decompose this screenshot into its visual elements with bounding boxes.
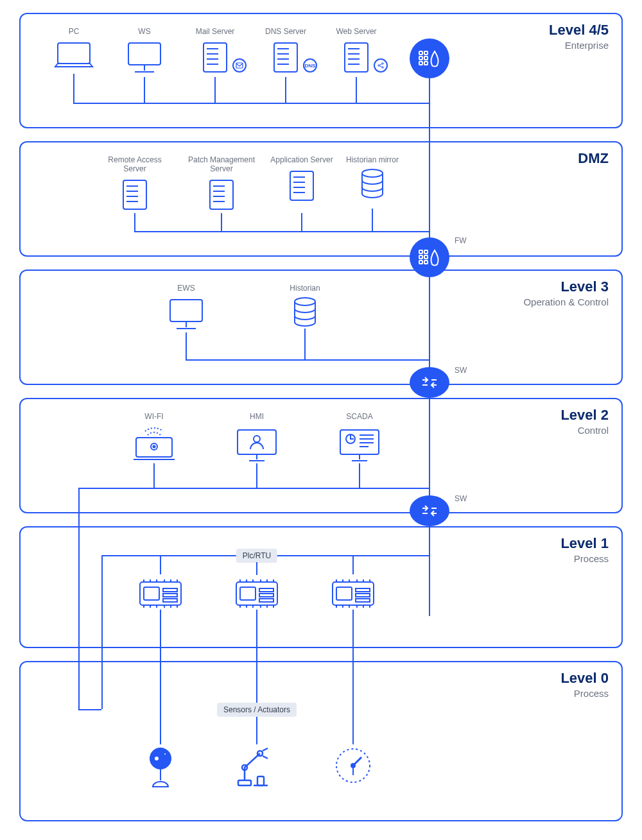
label-wifi: WI-FI: [122, 412, 186, 421]
svg-rect-30: [424, 62, 428, 65]
svg-rect-122: [356, 599, 370, 602]
node-web-server: Web Server: [327, 27, 385, 75]
plc-rtu-tag: Plc/RTU: [236, 549, 277, 563]
svg-rect-88: [163, 599, 177, 602]
svg-rect-121: [356, 594, 370, 597]
drop-plc3-top: [352, 555, 354, 574]
node-wifi: WI-FI: [122, 412, 186, 463]
camera-sensor-icon: [135, 744, 186, 789]
svg-rect-87: [163, 594, 177, 597]
level-4-5-box: Level 4/5 Enterprise: [19, 13, 623, 128]
bus-l3: [186, 359, 430, 361]
drop-app: [301, 213, 302, 231]
svg-rect-50: [424, 250, 428, 253]
label-web: Web Server: [327, 27, 385, 36]
node-dns-server: DNS Server DNS: [257, 27, 315, 75]
node-sensor-camera: [135, 744, 186, 789]
svg-rect-1: [128, 43, 160, 65]
svg-rect-103: [259, 588, 273, 592]
drop-historian: [304, 329, 306, 359]
level-0-subtitle: Process: [560, 688, 609, 699]
server-icon: [270, 168, 334, 203]
svg-rect-53: [170, 300, 202, 321]
level-4-5-subtitle: Enterprise: [549, 40, 609, 51]
label-ras: Remote Access Server: [100, 155, 170, 173]
label-hmi: HMI: [225, 412, 289, 421]
svg-rect-15: [345, 43, 368, 72]
svg-rect-27: [419, 62, 422, 65]
database-icon: [343, 168, 401, 200]
scada-monitor-icon: [327, 425, 392, 463]
laptop-icon: [45, 40, 103, 72]
svg-rect-25: [419, 51, 422, 55]
label-hmirror: Historian mirror: [343, 155, 401, 164]
level-1-name: Level 1: [560, 535, 609, 552]
node-pc: PC: [45, 27, 103, 72]
level-0-title: Level 0 Process: [560, 670, 609, 699]
svg-rect-52: [424, 261, 428, 264]
drop-sw-l1: [429, 526, 430, 555]
svg-rect-49: [419, 261, 422, 264]
node-scada: SCADA: [327, 412, 392, 463]
svg-rect-36: [210, 180, 233, 209]
svg-point-59: [153, 446, 155, 448]
level-0-name: Level 0: [560, 670, 609, 687]
node-historian: Historian: [276, 284, 334, 329]
svg-rect-120: [356, 588, 370, 592]
share-badge-icon: [374, 58, 388, 73]
svg-line-134: [353, 757, 361, 766]
server-icon: DNS: [257, 40, 315, 75]
level-2-name: Level 2: [560, 407, 609, 424]
drop-hmirror: [372, 209, 373, 231]
svg-rect-31: [123, 180, 146, 209]
svg-rect-51: [424, 255, 428, 259]
svg-rect-129: [238, 780, 251, 785]
switch-icon: [410, 495, 449, 526]
svg-rect-130: [257, 776, 264, 785]
label-mail: Mail Server: [186, 27, 244, 36]
server-icon: [327, 40, 385, 75]
drop-mail: [214, 77, 216, 103]
node-patch-mgmt: Patch Management Server: [183, 155, 260, 212]
svg-rect-0: [58, 43, 90, 64]
plc-icon: [321, 574, 385, 610]
node-actuator-robot: [231, 744, 282, 789]
svg-rect-105: [259, 599, 273, 602]
wifi-laptop-icon: [122, 425, 186, 463]
server-icon: [100, 177, 170, 212]
svg-rect-9: [236, 63, 243, 68]
node-mail-server: Mail Server: [186, 27, 244, 75]
server-icon: [186, 40, 244, 75]
svg-rect-41: [290, 171, 313, 200]
rail-join: [78, 709, 101, 710]
mail-badge-icon: [232, 58, 247, 73]
drop-wifi: [153, 463, 155, 488]
sensors-actuators-tag: Sensors / Actuators: [217, 703, 297, 717]
workstation-icon: [116, 40, 173, 75]
bus-l45: [73, 103, 430, 104]
svg-point-61: [254, 436, 260, 442]
svg-rect-104: [259, 594, 273, 597]
svg-rect-86: [163, 588, 177, 592]
drop-web: [356, 77, 357, 103]
server-icon: [183, 177, 260, 212]
svg-line-23: [379, 64, 382, 65]
node-gauge: [327, 744, 379, 787]
svg-rect-48: [419, 255, 422, 259]
svg-rect-47: [419, 250, 422, 253]
drop-ws: [144, 77, 145, 103]
bus-l2: [78, 488, 430, 489]
drop-plc1-top: [160, 555, 161, 574]
bus-dmz: [134, 231, 430, 232]
svg-point-46: [362, 169, 383, 177]
node-remote-access: Remote Access Server: [100, 155, 170, 212]
label-sw-2: SW: [455, 494, 467, 503]
label-scada: SCADA: [327, 412, 392, 421]
plc-icon: [128, 574, 193, 610]
level-1-subtitle: Process: [560, 553, 609, 564]
plc-icon: [225, 574, 289, 610]
level-0-box: Level 0 Process: [19, 661, 623, 821]
svg-rect-10: [274, 43, 297, 72]
dmz-name: DMZ: [578, 150, 609, 167]
svg-point-123: [150, 748, 171, 769]
